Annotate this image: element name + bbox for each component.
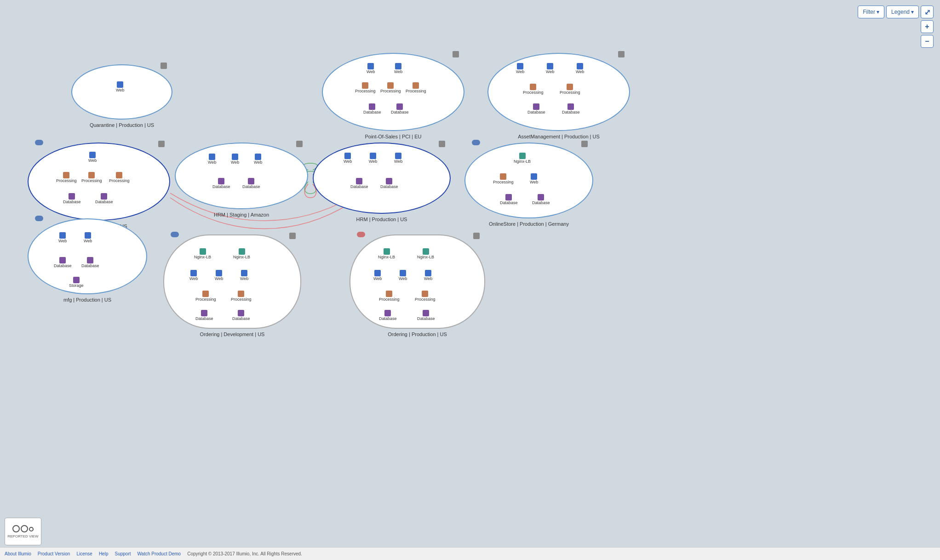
group-mfg[interactable]: Web Web Database Database Storage mfg | …: [28, 218, 147, 303]
group-asset-management[interactable]: Web Web Web Processing Processing Databa…: [487, 53, 630, 139]
pin-icon: [158, 141, 165, 147]
node-nginx: Nginx-LB: [378, 248, 395, 259]
group-quarantine-label: Quarantine | Production | US: [90, 122, 154, 128]
footer-link-about[interactable]: About Illumio: [5, 551, 31, 556]
reported-view-badge: REPORTED VIEW: [5, 518, 41, 545]
filter-label: Filter: [863, 9, 875, 15]
group-ordering-dev[interactable]: Nginx-LB Nginx-LB Web Web Web Processing…: [163, 234, 301, 337]
footer-copyright: Copyright © 2013-2017 Illumio, Inc. All …: [187, 551, 302, 556]
node-web: Web: [215, 270, 223, 281]
group-pos-us[interactable]: Web Processing Processing Processing Dat…: [28, 143, 170, 229]
node-database: Database: [417, 310, 435, 321]
node-web: Web: [394, 63, 402, 74]
zoom-out-icon: −: [925, 37, 929, 46]
expand-icon: ⤢: [924, 8, 930, 17]
node-database: Database: [232, 310, 250, 321]
node-processing: Processing: [560, 84, 580, 95]
group-asset-management-label: AssetManagement | Production | US: [518, 134, 600, 139]
reported-view-label: REPORTED VIEW: [8, 534, 39, 538]
node-database: Database: [379, 310, 397, 321]
node-web: Web: [516, 63, 524, 74]
cloud-icon: [171, 232, 179, 237]
footer-link-help[interactable]: Help: [99, 551, 109, 556]
node-web: Web: [576, 63, 584, 74]
group-ordering-prod-label: Ordering | Production | US: [388, 331, 447, 337]
node-web: Web: [344, 153, 352, 164]
group-onlinestore-label: OnlineStore | Production | Germany: [489, 221, 569, 227]
footer: About Illumio Product Version License He…: [0, 547, 940, 560]
node-processing: Processing: [81, 172, 102, 183]
expand-button[interactable]: ⤢: [921, 6, 934, 18]
zoom-out-button[interactable]: −: [921, 35, 934, 48]
node-processing: Processing: [379, 291, 400, 302]
node-database: Database: [81, 257, 99, 268]
cloud-icon: [35, 140, 43, 145]
footer-link-license[interactable]: License: [76, 551, 92, 556]
legend-label: Legend: [891, 9, 910, 15]
node-nginx: Nginx-LB: [233, 248, 250, 259]
group-onlinestore[interactable]: Nginx-LB Processing Web Database Databas…: [464, 143, 593, 227]
node-database: Database: [350, 178, 368, 189]
node-database: Database: [242, 178, 260, 189]
pin-icon: [473, 233, 480, 239]
node-storage: Storage: [69, 277, 84, 288]
node-web: Web: [88, 152, 97, 163]
group-ordering-prod[interactable]: Nginx-LB Nginx-LB Web Web Web Processing…: [350, 234, 485, 337]
node-processing: Processing: [493, 173, 514, 184]
node-web: Web: [208, 154, 216, 165]
node-database: Database: [391, 103, 409, 114]
node-web: Web: [369, 153, 377, 164]
pin-icon: [439, 141, 445, 147]
filter-button[interactable]: Filter ▾: [858, 6, 884, 18]
node-web: Web: [254, 154, 262, 165]
node-web: Web: [231, 154, 239, 165]
footer-link-demo[interactable]: Watch Product Demo: [138, 551, 181, 556]
node-processing: Processing: [355, 82, 376, 93]
node-web: Web: [58, 232, 67, 243]
cloud-icon: [35, 216, 43, 221]
node-processing: Processing: [195, 291, 216, 302]
node-database: Database: [63, 193, 81, 204]
node-database: Database: [195, 310, 213, 321]
node-web: Web: [424, 270, 432, 281]
group-pos-eu[interactable]: Web Web Processing Processing Processing…: [322, 53, 464, 139]
zoom-in-icon: +: [925, 23, 929, 31]
node-web: Web: [394, 153, 402, 164]
group-hrm-staging[interactable]: Web Web Web Database Database HRM | Stag…: [175, 143, 308, 217]
node-database: Database: [95, 193, 113, 204]
node-nginx: Nginx-LB: [417, 248, 434, 259]
node-web: Web: [530, 173, 538, 184]
node-web: Web: [116, 81, 124, 92]
node-processing: Processing: [109, 172, 130, 183]
node-web: Web: [240, 270, 248, 281]
node-database: Database: [363, 103, 381, 114]
node-web: Web: [84, 232, 92, 243]
legend-button[interactable]: Legend ▾: [886, 6, 919, 18]
node-database: Database: [532, 194, 550, 205]
footer-link-version[interactable]: Product Version: [38, 551, 70, 556]
node-processing: Processing: [523, 84, 544, 95]
group-quarantine[interactable]: Web Quarantine | Production | US: [71, 64, 172, 128]
footer-link-support[interactable]: Support: [115, 551, 131, 556]
node-processing: Processing: [56, 172, 77, 183]
group-ordering-dev-label: Ordering | Development | US: [200, 331, 265, 337]
group-mfg-label: mfg | Production | US: [63, 297, 111, 303]
group-hrm-staging-label: HRM | Staging | Amazon: [214, 212, 269, 217]
toolbar: Filter ▾ Legend ▾ ⤢ + −: [858, 6, 934, 48]
node-database: Database: [562, 103, 580, 114]
pin-icon: [160, 63, 167, 69]
zoom-in-button[interactable]: +: [921, 20, 934, 33]
node-processing: Processing: [415, 291, 436, 302]
pin-icon: [618, 51, 625, 57]
node-processing: Processing: [406, 82, 426, 93]
filter-chevron-icon: ▾: [877, 9, 879, 15]
node-database: Database: [54, 257, 72, 268]
legend-chevron-icon: ▾: [911, 9, 914, 15]
cloud-icon: [472, 140, 480, 145]
node-web: Web: [373, 270, 382, 281]
node-web: Web: [367, 63, 375, 74]
node-web: Web: [546, 63, 554, 74]
pin-icon: [289, 233, 296, 239]
group-hrm-production[interactable]: Web Web Web Database Database HRM | Prod…: [313, 143, 451, 222]
node-processing: Processing: [380, 82, 401, 93]
